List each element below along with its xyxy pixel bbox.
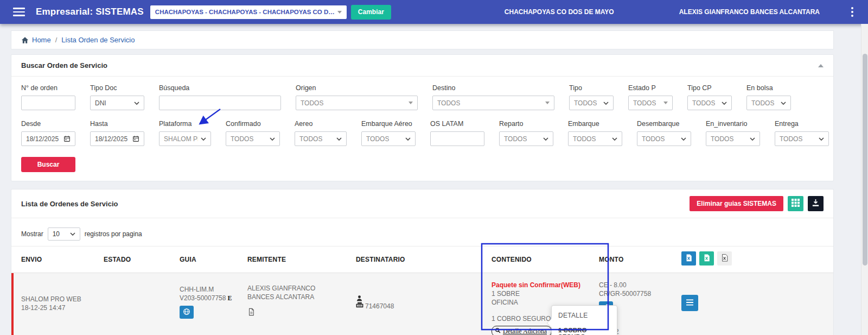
table-header: ENVIO ESTADO GUIA REMITENTE DESTINATARIO… <box>11 246 833 273</box>
fax-icon <box>356 302 363 311</box>
field-tipo-doc: Tipo Doc DNI <box>90 84 144 110</box>
tipo-cp-select[interactable]: TODOS <box>687 96 732 110</box>
breadcrumb-current-link[interactable]: Lista Orden de Servicio <box>61 36 135 44</box>
en-inventario-select[interactable]: TODOS <box>706 131 760 146</box>
detalle-tooltip: DETALLE 1 COBRO SEGURO <box>551 305 617 335</box>
col-contenido: CONTENIDO <box>492 256 599 263</box>
field-label: En_inventario <box>706 120 760 128</box>
col-destinatario: DESTINATARIO <box>356 256 492 263</box>
field-en-bolsa: En bolsa TODOS <box>746 84 791 110</box>
busqueda-input[interactable] <box>159 96 281 110</box>
field-label: Entrega <box>775 120 829 128</box>
entrega-select[interactable]: TODOS <box>775 131 829 146</box>
field-label: N° de orden <box>21 84 75 92</box>
field-estado-p: Estado P TODOS <box>628 84 673 110</box>
col-envio: ENVIO <box>21 256 104 263</box>
file-icon[interactable] <box>247 308 337 318</box>
chevron-down-icon <box>781 102 786 105</box>
en-bolsa-select[interactable]: TODOS <box>746 96 791 110</box>
chevron-down-icon <box>336 137 342 141</box>
search-filters: N° de orden Tipo Doc DNI Búsqueda <box>11 77 833 181</box>
field-orden: N° de orden <box>21 84 75 110</box>
search-panel-title: Buscar Orden de Servicio <box>21 61 107 69</box>
chevron-down-icon <box>612 137 617 141</box>
desde-date-input[interactable]: 18/12/2025 <box>21 131 75 146</box>
caret-down-icon <box>663 102 668 104</box>
breadcrumb-home-link[interactable]: Home <box>32 36 51 44</box>
embarque-select[interactable]: TODOS <box>568 131 622 146</box>
export-excel-plain-button[interactable] <box>717 251 732 266</box>
search-panel: Buscar Orden de Servicio N° de orden Tip… <box>11 54 834 181</box>
export-excel-blue-button[interactable] <box>681 251 696 266</box>
navbar: Empresarial: SISTEMAS CHACHAPOYAS - CHAC… <box>0 0 868 24</box>
row-actions-button[interactable] <box>681 295 698 311</box>
cambiar-button[interactable]: Cambiar <box>351 5 391 20</box>
table-row[interactable]: SHALOM PRO WEB 18-12-25 14:47 CHH-LIM.M … <box>11 273 833 335</box>
field-label: Confirmado <box>226 120 280 128</box>
tooltip-title: DETALLE <box>552 306 617 323</box>
grid-view-button[interactable] <box>788 196 803 211</box>
buscar-button[interactable]: Buscar <box>21 157 75 172</box>
cell-guia: CHH-LIM.M V203-50007758E <box>180 285 247 335</box>
desembarque-select[interactable]: TODOS <box>637 131 691 146</box>
tooltip-arrow <box>547 319 552 327</box>
field-busqueda: Búsqueda <box>159 84 281 110</box>
chevron-down-icon <box>70 232 75 236</box>
field-label: Estado P <box>628 84 673 92</box>
embarque-aereo-select[interactable]: TODOS <box>361 131 416 146</box>
scrollbar-thumb[interactable] <box>863 54 867 266</box>
orders-list-panel: Lista de Ordenes de Servicio Eliminar gu… <box>11 189 834 335</box>
chevron-down-icon <box>819 137 824 141</box>
cell-destinatario: 71467048 <box>356 295 492 335</box>
chevron-down-icon <box>750 137 755 141</box>
caret-down-icon <box>337 11 342 14</box>
home-icon <box>21 36 29 44</box>
orden-input[interactable] <box>21 96 75 110</box>
calendar-icon <box>132 135 139 142</box>
tipo-doc-select[interactable]: DNI <box>90 96 144 110</box>
chevron-down-icon <box>134 102 139 105</box>
collapse-arrow-icon[interactable] <box>818 64 824 67</box>
page-size-select[interactable]: 10 <box>48 227 80 241</box>
excel-file-icon <box>685 254 692 263</box>
field-os-latam: OS LATAM <box>430 120 484 146</box>
chevron-down-icon <box>543 137 548 141</box>
chevron-down-icon <box>681 137 686 141</box>
destino-select[interactable]: TODOS <box>432 96 554 110</box>
field-label: Embarque <box>568 120 622 128</box>
plataforma-select[interactable]: SHALOM PR <box>159 131 211 146</box>
mostrar-label: Mostrar <box>21 230 43 238</box>
grid-icon <box>792 199 800 208</box>
estado-p-select[interactable]: TODOS <box>628 96 673 110</box>
detalle-adicional-link[interactable]: Detalle Adiciona <box>492 326 552 335</box>
col-monto: MONTO <box>599 256 681 263</box>
web-tracking-button[interactable] <box>180 306 194 319</box>
chevron-down-icon <box>722 102 727 105</box>
vertical-scrollbar[interactable] <box>861 24 868 335</box>
eliminar-guias-button[interactable]: Eliminar guias SISTEMAS <box>690 196 783 211</box>
chevron-down-icon <box>603 102 609 105</box>
user-name[interactable]: ALEXIS GIANFRANCO BANCES ALCANTARA <box>679 8 820 16</box>
confirmado-select[interactable]: TODOS <box>226 131 280 146</box>
field-label: Desembarque <box>637 120 691 128</box>
cell-remitente: ALEXIS GIANFRANCO BANCES ALCANTARA <box>247 284 356 335</box>
col-guia: GUIA <box>180 256 247 263</box>
guia-flag: E <box>227 294 232 302</box>
field-hasta: Hasta 18/12/2025 <box>90 120 144 146</box>
agency-select[interactable]: CHACHAPOYAS - CHACHAPOYAS - CHACHAPOYAS … <box>150 5 347 19</box>
aereo-select[interactable]: TODOS <box>295 131 347 146</box>
kebab-menu-icon[interactable] <box>850 5 855 18</box>
download-button[interactable] <box>808 196 824 211</box>
field-label: Búsqueda <box>159 84 281 92</box>
mostrar-suffix: registros por pagina <box>85 230 142 238</box>
export-excel-green-button[interactable] <box>699 251 714 266</box>
person-icon <box>356 295 492 302</box>
list-panel-title: Lista de Ordenes de Servicio <box>21 200 118 208</box>
origen-select[interactable]: TODOS <box>296 96 418 110</box>
tipo-select[interactable]: TODOS <box>569 96 614 110</box>
field-label: Tipo <box>569 84 614 92</box>
hasta-date-input[interactable]: 18/12/2025 <box>90 131 144 146</box>
os-latam-input[interactable] <box>430 131 484 146</box>
menu-icon[interactable] <box>13 8 25 16</box>
reparto-select[interactable]: TODOS <box>499 131 553 146</box>
